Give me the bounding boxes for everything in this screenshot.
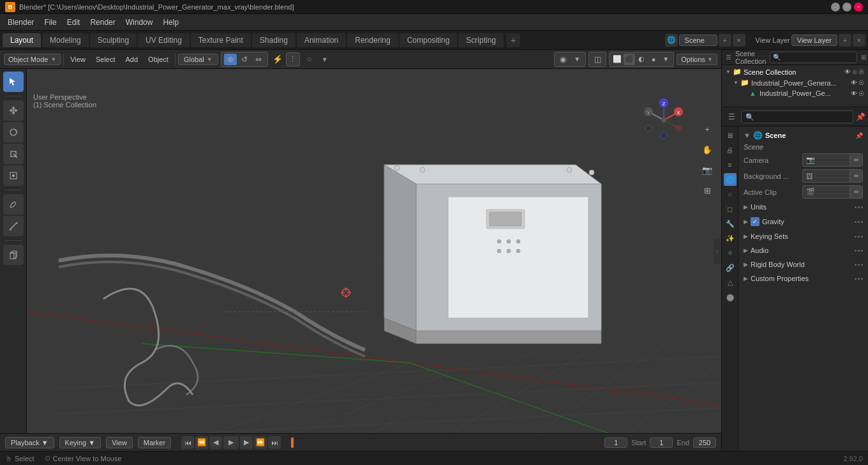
- close-button[interactable]: ×: [854, 3, 863, 11]
- tab-modeling[interactable]: Modeling: [42, 33, 89, 47]
- viewlayer-add-button[interactable]: +: [839, 34, 851, 47]
- move-icon[interactable]: ⊕: [224, 54, 237, 65]
- options-button[interactable]: Options ▼: [677, 54, 717, 65]
- keying-sets-header[interactable]: ▶ Keying Sets: [738, 231, 868, 242]
- transform-tool[interactable]: [3, 165, 24, 186]
- add-menu[interactable]: Add: [122, 54, 142, 65]
- minimize-button[interactable]: –: [831, 3, 840, 11]
- snap-options[interactable]: ⋮: [286, 52, 300, 66]
- world-properties-tab[interactable]: ○: [724, 188, 737, 201]
- active-clip-edit-button[interactable]: ✏: [850, 185, 863, 199]
- modifier-properties-tab[interactable]: 🔧: [724, 217, 737, 230]
- wireframe-shading[interactable]: ⬜: [611, 54, 623, 65]
- units-header[interactable]: ▶ Units: [738, 201, 868, 213]
- properties-search[interactable]: [741, 111, 853, 123]
- particles-properties-tab[interactable]: ✨: [724, 232, 737, 245]
- next-frame-button[interactable]: ▶: [240, 436, 253, 449]
- tab-uv-editing[interactable]: UV Editing: [138, 33, 190, 47]
- object-menu[interactable]: Object: [144, 54, 172, 65]
- gravity-checkbox[interactable]: ✓: [751, 217, 760, 226]
- playback-menu[interactable]: Playback ▼: [5, 437, 54, 448]
- proportional-options[interactable]: ▼: [318, 52, 332, 66]
- outliner-item-mesh[interactable]: ▲ Industrial_Power_Ge... 👁 ☉: [722, 88, 868, 98]
- prev-frame-button[interactable]: ◀: [209, 436, 222, 449]
- audio-header[interactable]: ▶ Audio: [738, 245, 868, 256]
- select-tool[interactable]: [3, 72, 24, 92]
- rigid-body-world-header[interactable]: ▶ Rigid Body World: [738, 259, 868, 270]
- rotate-tool[interactable]: [3, 122, 24, 142]
- outliner-menu-icon[interactable]: ☰: [726, 54, 731, 61]
- scale-tool[interactable]: [3, 144, 24, 164]
- select-menu[interactable]: Select: [92, 54, 119, 65]
- object-properties-tab[interactable]: ◻: [724, 202, 737, 215]
- outliner-item-industrial-collection[interactable]: ▼ 📁 Industrial_Power_Genera... 👁 ☉: [722, 77, 868, 88]
- scale-icon[interactable]: ⇔: [252, 54, 265, 65]
- overlay-arrow[interactable]: ▼: [571, 54, 583, 65]
- menu-edit[interactable]: Edit: [62, 17, 86, 28]
- marker-menu[interactable]: Marker: [138, 437, 171, 448]
- move-tool[interactable]: [3, 100, 24, 121]
- annotate-tool[interactable]: [3, 194, 24, 215]
- custom-properties-header[interactable]: ▶ Custom Properties: [738, 273, 868, 284]
- jump-start-button[interactable]: ⏮: [181, 436, 194, 449]
- tab-rendering[interactable]: Rendering: [347, 33, 398, 47]
- viewport-3d[interactable]: User Perspective (1) Scene Collection Z: [27, 69, 721, 433]
- transform-selector[interactable]: Global ▼: [178, 54, 218, 65]
- panel-toggle[interactable]: ‹: [714, 238, 721, 264]
- view-menu-timeline[interactable]: View: [106, 437, 133, 448]
- output-properties-tab[interactable]: 🖨: [724, 144, 737, 156]
- menu-help[interactable]: Help: [158, 17, 184, 28]
- background-value[interactable]: 🖼: [802, 169, 850, 183]
- material-preview-shading[interactable]: ◐: [636, 54, 647, 65]
- viewlayer-properties-tab[interactable]: ≡: [724, 158, 737, 171]
- scene-remove-button[interactable]: ×: [733, 34, 745, 47]
- render-properties-tab[interactable]: 🖥: [724, 129, 737, 142]
- tab-layout[interactable]: Layout: [3, 33, 41, 47]
- outliner-item-scene-collection[interactable]: ▼ 📁 Scene Collection 👁 ⊕ ☉: [722, 66, 868, 77]
- camera-edit-button[interactable]: ✏: [850, 153, 863, 167]
- scene-section-header[interactable]: ▼ 🌐 Scene 📌: [738, 129, 868, 142]
- solid-shading[interactable]: ⬛: [624, 54, 635, 65]
- view-menu[interactable]: View: [66, 54, 89, 65]
- tab-animation[interactable]: Animation: [297, 33, 346, 47]
- tab-sculpting[interactable]: Sculpting: [90, 33, 137, 47]
- pan-button[interactable]: ✋: [698, 141, 716, 158]
- rendered-shading[interactable]: ●: [648, 54, 659, 65]
- maximize-button[interactable]: □: [842, 3, 851, 11]
- material-properties-tab[interactable]: ⬤: [724, 291, 737, 303]
- camera-button[interactable]: 📷: [698, 161, 716, 179]
- background-edit-button[interactable]: ✏: [850, 169, 863, 183]
- scene-properties-tab[interactable]: 🌐: [724, 173, 737, 186]
- menu-render[interactable]: Render: [85, 17, 120, 28]
- add-workspace-button[interactable]: +: [506, 33, 520, 47]
- scene-add-button[interactable]: +: [719, 34, 731, 47]
- ortho-button[interactable]: ⊞: [698, 181, 716, 199]
- properties-menu-icon[interactable]: ☰: [724, 110, 738, 124]
- outliner-filter[interactable]: ⊞: [861, 54, 866, 61]
- menu-window[interactable]: Window: [121, 17, 158, 28]
- camera-value[interactable]: 📷: [802, 153, 850, 167]
- overlay-icon[interactable]: ◉: [557, 54, 569, 65]
- viewlayer-remove-button[interactable]: ×: [853, 34, 865, 47]
- data-properties-tab[interactable]: △: [724, 276, 737, 289]
- measure-tool[interactable]: [3, 216, 24, 236]
- object-mode-selector[interactable]: Object Mode ▼: [4, 54, 61, 65]
- next-keyframe-button[interactable]: ⏩: [254, 436, 267, 449]
- xray-icon[interactable]: ◫: [591, 54, 604, 65]
- play-button[interactable]: ▶: [223, 436, 239, 449]
- jump-end-button[interactable]: ⏭: [268, 436, 281, 449]
- viewlayer-selector[interactable]: View Layer: [791, 34, 837, 46]
- scene-selector[interactable]: Scene: [679, 34, 717, 46]
- tab-shading[interactable]: Shading: [252, 33, 296, 47]
- menu-blender[interactable]: Blender: [3, 17, 39, 28]
- prev-keyframe-button[interactable]: ⏪: [195, 436, 208, 449]
- current-frame[interactable]: 1: [604, 438, 627, 448]
- outliner-search[interactable]: [770, 52, 857, 63]
- rotate-icon[interactable]: ↺: [238, 54, 251, 65]
- shading-options[interactable]: ▼: [660, 54, 671, 65]
- start-frame[interactable]: 1: [650, 438, 673, 448]
- end-frame[interactable]: 250: [693, 438, 716, 448]
- tab-scripting[interactable]: Scripting: [458, 33, 504, 47]
- menu-file[interactable]: File: [39, 17, 61, 28]
- gravity-header[interactable]: ▶ ✓ Gravity: [738, 215, 868, 228]
